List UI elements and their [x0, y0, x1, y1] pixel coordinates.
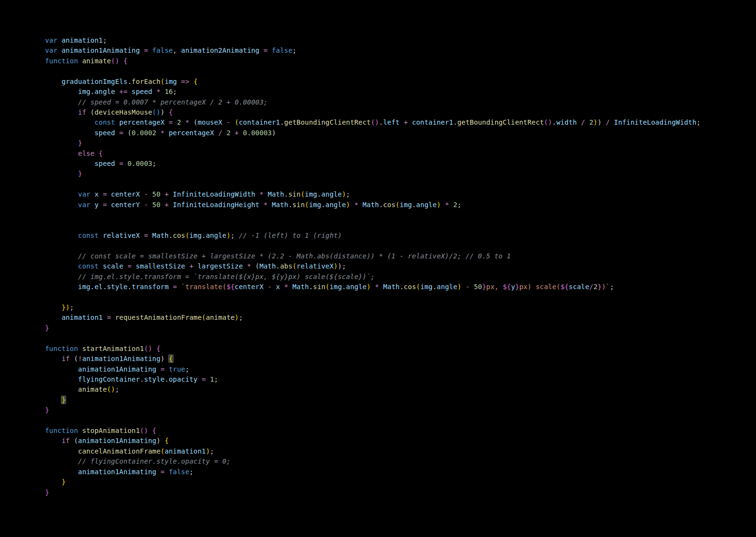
code-token: * [350, 201, 362, 209]
code-token: speed [94, 160, 115, 167]
code-line[interactable]: const percentageX = 2 * (mouseX - (conta… [45, 117, 756, 128]
code-token: / [214, 129, 227, 137]
code-line[interactable]: } [45, 395, 756, 405]
code-line[interactable]: const relativeX = Math.cos(img.angle); /… [45, 231, 756, 241]
code-line[interactable]: if (deviceHasMouse()) { [45, 107, 756, 117]
code-token: mouseX [198, 118, 222, 126]
code-line[interactable]: img.el.style.transform = `translate(${ce… [45, 282, 756, 292]
code-token: px, [486, 283, 502, 291]
code-token: img [329, 283, 342, 291]
code-line[interactable]: cancelAnimationFrame(animation1); [45, 446, 756, 456]
code-token: centerX [235, 283, 264, 291]
code-token: ) [342, 190, 346, 198]
code-token: . [309, 283, 313, 291]
code-line[interactable]: speed = (0.0002 * percentageX / 2 + 0.00… [45, 128, 756, 138]
code-line[interactable]: } [45, 405, 756, 415]
code-line[interactable] [45, 292, 756, 303]
code-line[interactable]: animation1Animating = true; [45, 364, 756, 374]
code-line[interactable] [45, 210, 756, 220]
code-line[interactable]: } [45, 488, 756, 498]
code-line[interactable]: function stopAnimation1() { [45, 426, 756, 436]
code-token [45, 170, 78, 177]
code-token: animation2Animating [181, 47, 259, 54]
code-line[interactable]: if (!animation1Animating) { [45, 354, 756, 364]
code-line[interactable] [45, 221, 756, 231]
code-token: { [123, 57, 128, 65]
code-token: abs [280, 262, 292, 270]
code-line[interactable]: var animation1; [45, 35, 756, 46]
code-line[interactable]: // const scale = smallestSize + largestS… [45, 251, 756, 261]
code-line[interactable] [45, 179, 756, 189]
code-line[interactable] [45, 416, 756, 426]
code-token [45, 139, 78, 147]
code-token: } [45, 324, 49, 332]
code-line[interactable]: var y = centerY - 50 + InfiniteLoadingHe… [45, 200, 756, 210]
code-token: + [161, 190, 173, 198]
code-token: y [511, 283, 515, 291]
code-token: ; [152, 160, 157, 167]
code-line[interactable]: animation1 = requestAnimationFrame(anima… [45, 313, 756, 323]
code-line[interactable]: const scale = smallestSize + largestSize… [45, 261, 756, 271]
code-line[interactable]: } [45, 323, 756, 333]
code-token: var [78, 201, 94, 209]
code-line[interactable]: if (animation1Animating) { [45, 436, 756, 446]
code-line[interactable]: }); [45, 303, 756, 313]
code-token: = [99, 190, 111, 198]
code-line[interactable]: } [45, 169, 756, 179]
code-token: img [400, 201, 412, 209]
code-token: ; [342, 262, 346, 270]
code-line[interactable] [45, 66, 756, 76]
code-token: () [107, 385, 115, 393]
code-token: / [589, 283, 593, 291]
code-line[interactable]: else { [45, 149, 756, 159]
code-token: . [412, 201, 416, 209]
code-token: = [169, 283, 181, 291]
code-token: InfiniteLoadingHeight [173, 201, 260, 209]
code-line[interactable]: } [45, 477, 756, 487]
code-line[interactable]: graduationImgEls.forEach(img => { [45, 77, 756, 87]
code-token: sin [288, 190, 301, 198]
code-token: - [140, 190, 152, 198]
code-token: ( [128, 129, 132, 137]
code-token: getBoundingClientRect [284, 118, 371, 126]
code-line[interactable]: // flyingContainer.style.opacity = 0; [45, 456, 756, 467]
code-token: ) [334, 262, 338, 270]
code-line[interactable]: var animation1Animating = false, animati… [45, 46, 756, 56]
code-token: = [156, 468, 169, 476]
code-token: sin [292, 201, 305, 209]
code-line[interactable]: animate(); [45, 385, 756, 395]
code-token: Math [259, 262, 276, 270]
code-token: Math [362, 201, 379, 209]
code-token: () [111, 57, 119, 65]
code-line[interactable]: function startAnimation1() { [45, 344, 756, 354]
code-line[interactable]: img.angle += speed * 16; [45, 87, 756, 97]
code-editor[interactable]: var animation1;var animation1Animating =… [0, 0, 756, 537]
code-line[interactable]: } [45, 138, 756, 148]
code-token: { [152, 427, 157, 434]
code-token: animate [206, 314, 234, 321]
code-token: ) [206, 447, 210, 455]
code-token: () [144, 345, 152, 352]
code-line[interactable]: var x = centerX - 50 + InfiniteLoadingWi… [45, 189, 756, 199]
code-token: relativeX [297, 262, 334, 270]
code-token: . [400, 283, 404, 291]
code-line[interactable] [45, 241, 756, 251]
code-line[interactable]: function animate() { [45, 56, 756, 66]
code-token: Math [292, 283, 309, 291]
code-line[interactable]: // speed = 0.0007 * percentageX / 2 + 0.… [45, 97, 756, 107]
code-token: if [61, 437, 74, 444]
code-token: animation1Animating [78, 365, 156, 373]
code-line[interactable]: speed = 0.0003; [45, 159, 756, 169]
code-token: ) [457, 283, 462, 291]
code-token: / [602, 118, 614, 126]
code-token: `translate( [181, 283, 227, 291]
code-token [45, 190, 78, 198]
code-token: } [45, 406, 49, 414]
code-line[interactable]: flyingContainer.style.opacity = 1; [45, 374, 756, 385]
code-token: el [94, 283, 103, 291]
code-line[interactable] [45, 333, 756, 343]
code-token: animation1Animating [78, 437, 156, 444]
code-line[interactable]: // img.el.style.transform = `translate($… [45, 272, 756, 282]
code-line[interactable]: animation1Animating = false; [45, 467, 756, 477]
code-token: * [371, 283, 383, 291]
